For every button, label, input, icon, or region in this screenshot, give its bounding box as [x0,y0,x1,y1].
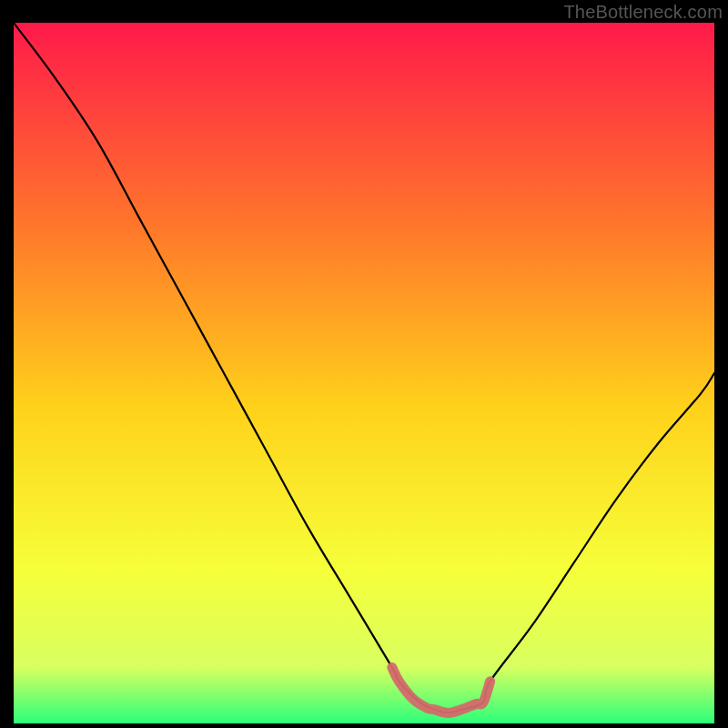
svg-rect-0 [14,23,714,723]
watermark-text: TheBottleneck.com [563,2,723,23]
chart-frame: TheBottleneck.com [0,0,728,728]
plot-area [14,23,714,723]
bottleneck-chart [14,23,714,723]
